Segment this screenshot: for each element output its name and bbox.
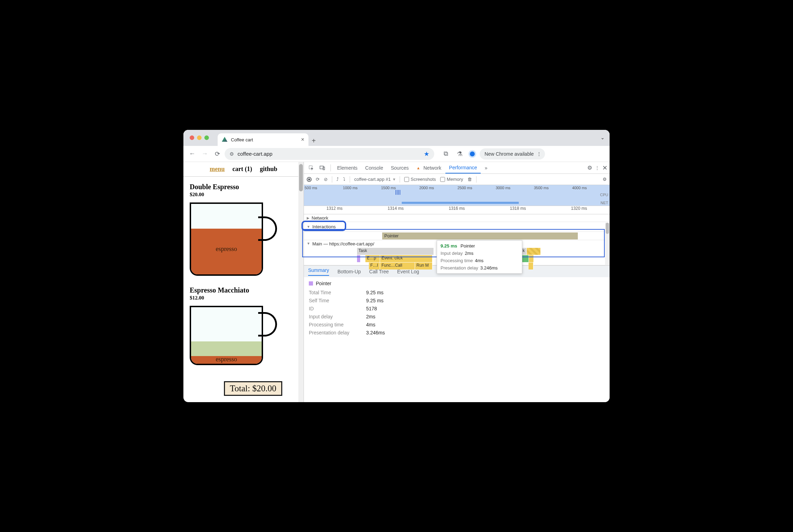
devtools-panel: Elements Console Sources Network Perform… bbox=[304, 162, 610, 402]
labs-icon[interactable]: ⚗ bbox=[454, 149, 465, 159]
flame-slice[interactable] bbox=[529, 263, 533, 269]
site-nav: menu cart (1) github bbox=[183, 162, 304, 177]
pointer-event-bar[interactable]: Pointer bbox=[382, 232, 497, 239]
gc-icon[interactable]: 🗑 bbox=[467, 177, 472, 182]
flame-run[interactable]: Run M bbox=[415, 263, 432, 269]
browser-toolbar: ← → ⟳ ⚙ coffee-cart.app ★ ⧉ ⚗ New Chrome… bbox=[183, 146, 610, 162]
nav-cart[interactable]: cart (1) bbox=[232, 165, 252, 173]
product-image[interactable]: espresso bbox=[190, 202, 277, 276]
device-toggle-icon[interactable] bbox=[317, 163, 328, 173]
product-name: Double Espresso bbox=[190, 183, 297, 191]
perf-settings-gear-icon[interactable]: ⚙ bbox=[603, 177, 607, 182]
back-button[interactable]: ← bbox=[187, 149, 197, 159]
page-scrollbar[interactable] bbox=[298, 162, 304, 402]
tab-sources[interactable]: Sources bbox=[387, 162, 412, 173]
settings-gear-icon[interactable]: ⚙ bbox=[587, 164, 592, 171]
flame-task[interactable]: Task bbox=[357, 248, 434, 255]
minimize-window[interactable] bbox=[197, 135, 202, 140]
close-window[interactable] bbox=[190, 135, 194, 140]
product-price: $12.00 bbox=[190, 295, 297, 301]
product-card: Espresso Macchiato $12.00 espresso bbox=[190, 286, 297, 365]
tab-console[interactable]: Console bbox=[362, 162, 386, 173]
extensions-icon[interactable]: ⧉ bbox=[441, 149, 451, 159]
nav-github[interactable]: github bbox=[260, 165, 277, 173]
tab-strip: Coffee cart × + ⌄ bbox=[183, 130, 610, 146]
pointer-event-bar-2[interactable] bbox=[497, 232, 578, 239]
kebab-icon: ⋮ bbox=[537, 151, 541, 157]
kebab-menu-icon[interactable]: ⋮ bbox=[595, 165, 599, 170]
forward-button[interactable]: → bbox=[199, 149, 210, 159]
reload-button[interactable]: ⟳ bbox=[212, 149, 223, 159]
profile-avatar[interactable] bbox=[468, 150, 476, 158]
tab-title: Coffee cart bbox=[231, 137, 253, 142]
summary-pane: Pointer Total Time9.25 ms Self Time9.25 … bbox=[304, 277, 610, 341]
pointer-row[interactable]: Pointer bbox=[304, 232, 610, 240]
network-track[interactable]: ▶ Network bbox=[304, 214, 610, 222]
tracks-scrollbar[interactable] bbox=[605, 223, 610, 265]
overview-selection bbox=[395, 190, 400, 195]
web-page: menu cart (1) github Double Espresso $20… bbox=[183, 162, 304, 402]
content-area: menu cart (1) github Double Espresso $20… bbox=[183, 162, 610, 402]
expand-arrow-icon[interactable]: ▶ bbox=[307, 216, 310, 220]
close-devtools-icon[interactable]: ✕ bbox=[602, 164, 608, 172]
devtools-tab-bar: Elements Console Sources Network Perform… bbox=[304, 162, 610, 174]
toolbar-right: ⧉ ⚗ New Chrome available ⋮ bbox=[441, 148, 545, 160]
collapse-arrow-icon[interactable]: ▼ bbox=[307, 225, 310, 229]
site-settings-icon[interactable]: ⚙ bbox=[230, 151, 234, 157]
product-name: Espresso Macchiato bbox=[190, 286, 297, 294]
screenshots-checkbox[interactable]: Screenshots bbox=[404, 177, 436, 182]
reload-record-icon[interactable]: ⟳ bbox=[316, 177, 320, 182]
update-chrome-button[interactable]: New Chrome available ⋮ bbox=[480, 148, 545, 160]
product-price: $20.00 bbox=[190, 192, 297, 198]
hover-tooltip: 9.25 ms Pointer Input delay2ms Processin… bbox=[437, 240, 522, 274]
timeline-ruler[interactable]: 1312 ms 1314 ms 1316 ms 1318 ms 1320 ms bbox=[304, 206, 610, 214]
address-bar[interactable]: ⚙ coffee-cart.app ★ bbox=[225, 148, 434, 160]
record-button[interactable] bbox=[307, 177, 312, 182]
flame-event[interactable]: E…p bbox=[365, 255, 380, 262]
flame-event[interactable]: F…l bbox=[369, 263, 380, 269]
svg-rect-2 bbox=[323, 167, 325, 170]
tab-performance[interactable]: Performance bbox=[445, 162, 480, 173]
summary-title: Pointer bbox=[316, 281, 331, 286]
tab-network[interactable]: Network bbox=[413, 162, 445, 173]
cart-total-button[interactable]: Total: $20.00 bbox=[224, 381, 282, 396]
more-tabs-icon[interactable]: » bbox=[481, 162, 491, 173]
nav-menu[interactable]: menu bbox=[210, 165, 225, 173]
flame-func-call[interactable]: Func…Call bbox=[380, 263, 415, 269]
page-body[interactable]: Double Espresso $20.00 espresso Espresso… bbox=[183, 177, 304, 402]
new-tab-button[interactable]: + bbox=[308, 135, 319, 146]
tab-elements[interactable]: Elements bbox=[334, 162, 361, 173]
color-swatch bbox=[309, 281, 313, 286]
tab-list-chevron-icon[interactable]: ⌄ bbox=[601, 135, 605, 140]
product-image[interactable]: espresso bbox=[190, 306, 277, 365]
flame-slice[interactable] bbox=[529, 255, 534, 262]
interactions-track[interactable]: ▼ Interactions bbox=[304, 222, 610, 232]
recording-dropdown[interactable]: coffee-cart.app #1 ▾ bbox=[354, 177, 395, 182]
browser-tab[interactable]: Coffee cart × bbox=[218, 133, 308, 146]
net-label: NET bbox=[601, 201, 608, 205]
download-icon[interactable]: ⤵ bbox=[343, 177, 345, 182]
main-track[interactable]: ▼ Main — https://coffee-cart.app/ Task k bbox=[304, 240, 610, 265]
flame-hatched[interactable] bbox=[527, 248, 541, 255]
url-text: coffee-cart.app bbox=[238, 151, 272, 157]
clear-icon[interactable]: ⊘ bbox=[324, 177, 328, 182]
product-card: Double Espresso $20.00 espresso bbox=[190, 183, 297, 276]
close-tab-icon[interactable]: × bbox=[301, 136, 304, 143]
flame-slice[interactable] bbox=[357, 255, 361, 262]
cup-label: espresso bbox=[191, 356, 262, 363]
memory-checkbox[interactable]: Memory bbox=[440, 177, 463, 182]
inspect-icon[interactable] bbox=[306, 163, 317, 173]
bookmark-star-icon[interactable]: ★ bbox=[424, 150, 429, 158]
flame-event-click[interactable]: Event: click bbox=[380, 255, 432, 262]
perf-overview[interactable]: 500 ms 1000 ms 1500 ms 2000 ms 2500 ms 3… bbox=[304, 185, 610, 206]
perf-toolbar: ⟳ ⊘ ⤴ ⤵ coffee-cart.app #1 ▾ Screenshots… bbox=[304, 174, 610, 185]
tracks-area: ▶ Network ▼ Interactions Pointer ▼ Main … bbox=[304, 214, 610, 265]
tab-summary[interactable]: Summary bbox=[308, 267, 329, 276]
tooltip-name: Pointer bbox=[460, 243, 475, 249]
zoom-window[interactable] bbox=[204, 135, 209, 140]
cup-label: espresso bbox=[191, 245, 262, 253]
collapse-arrow-icon[interactable]: ▼ bbox=[307, 242, 310, 245]
cpu-label: CPU bbox=[600, 193, 608, 197]
browser-window: Coffee cart × + ⌄ ← → ⟳ ⚙ coffee-cart.ap… bbox=[183, 130, 610, 402]
upload-icon[interactable]: ⤴ bbox=[336, 177, 339, 182]
